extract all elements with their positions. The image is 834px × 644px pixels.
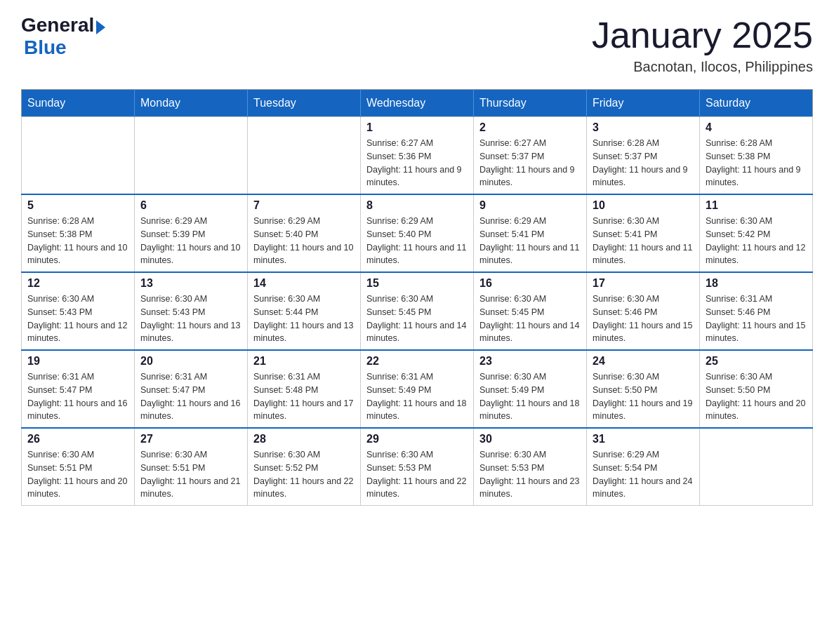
day-info: Sunrise: 6:30 AM Sunset: 5:51 PM Dayligh…	[140, 448, 241, 501]
day-number: 9	[479, 199, 581, 212]
page-header: General Blue January 2025 Bacnotan, Iloc…	[21, 14, 813, 75]
day-info: Sunrise: 6:30 AM Sunset: 5:50 PM Dayligh…	[706, 370, 807, 423]
column-header-tuesday: Tuesday	[248, 90, 361, 117]
day-number: 5	[27, 199, 128, 212]
calendar-day-cell: 10Sunrise: 6:30 AM Sunset: 5:41 PM Dayli…	[587, 194, 700, 272]
calendar-title: January 2025	[592, 14, 813, 56]
calendar-day-cell: 1Sunrise: 6:27 AM Sunset: 5:36 PM Daylig…	[361, 117, 474, 195]
day-info: Sunrise: 6:27 AM Sunset: 5:36 PM Dayligh…	[366, 137, 468, 189]
column-header-friday: Friday	[587, 90, 700, 117]
day-number: 18	[706, 277, 807, 290]
calendar-day-cell: 17Sunrise: 6:30 AM Sunset: 5:46 PM Dayli…	[587, 272, 700, 350]
day-number: 1	[366, 121, 468, 134]
day-info: Sunrise: 6:30 AM Sunset: 5:45 PM Dayligh…	[366, 293, 468, 345]
day-number: 28	[253, 433, 355, 445]
calendar-day-cell: 4Sunrise: 6:28 AM Sunset: 5:38 PM Daylig…	[700, 117, 813, 195]
day-info: Sunrise: 6:30 AM Sunset: 5:49 PM Dayligh…	[479, 370, 581, 423]
calendar-day-cell: 19Sunrise: 6:31 AM Sunset: 5:47 PM Dayli…	[22, 350, 135, 428]
calendar-day-cell: 9Sunrise: 6:29 AM Sunset: 5:41 PM Daylig…	[474, 194, 587, 272]
day-info: Sunrise: 6:30 AM Sunset: 5:50 PM Dayligh…	[593, 370, 694, 423]
calendar-day-cell: 15Sunrise: 6:30 AM Sunset: 5:45 PM Dayli…	[361, 272, 474, 350]
calendar-week-row: 1Sunrise: 6:27 AM Sunset: 5:36 PM Daylig…	[22, 117, 813, 195]
day-number: 23	[479, 355, 581, 368]
logo-blue-text: Blue	[24, 36, 67, 59]
day-info: Sunrise: 6:31 AM Sunset: 5:47 PM Dayligh…	[27, 370, 128, 423]
logo-triangle-icon	[96, 20, 105, 34]
day-info: Sunrise: 6:30 AM Sunset: 5:43 PM Dayligh…	[140, 293, 241, 345]
day-number: 17	[593, 277, 694, 290]
day-number: 21	[253, 355, 355, 368]
day-info: Sunrise: 6:28 AM Sunset: 5:38 PM Dayligh…	[706, 137, 807, 189]
day-info: Sunrise: 6:29 AM Sunset: 5:41 PM Dayligh…	[479, 215, 581, 267]
day-number: 27	[140, 433, 241, 445]
calendar-day-cell	[135, 117, 248, 195]
calendar-day-cell: 20Sunrise: 6:31 AM Sunset: 5:47 PM Dayli…	[135, 350, 248, 428]
calendar-day-cell: 21Sunrise: 6:31 AM Sunset: 5:48 PM Dayli…	[248, 350, 361, 428]
day-number: 12	[27, 277, 128, 290]
day-number: 26	[27, 433, 128, 445]
day-info: Sunrise: 6:29 AM Sunset: 5:40 PM Dayligh…	[253, 215, 355, 267]
calendar-day-cell	[700, 428, 813, 506]
day-info: Sunrise: 6:29 AM Sunset: 5:40 PM Dayligh…	[366, 215, 468, 267]
day-number: 7	[253, 199, 355, 212]
column-header-saturday: Saturday	[700, 90, 813, 117]
day-number: 31	[593, 433, 694, 445]
day-number: 29	[366, 433, 468, 445]
calendar-day-cell: 12Sunrise: 6:30 AM Sunset: 5:43 PM Dayli…	[22, 272, 135, 350]
day-number: 10	[593, 199, 694, 212]
calendar-day-cell: 3Sunrise: 6:28 AM Sunset: 5:37 PM Daylig…	[587, 117, 700, 195]
calendar-day-cell: 23Sunrise: 6:30 AM Sunset: 5:49 PM Dayli…	[474, 350, 587, 428]
calendar-table: SundayMondayTuesdayWednesdayThursdayFrid…	[21, 89, 813, 506]
day-info: Sunrise: 6:31 AM Sunset: 5:46 PM Dayligh…	[706, 293, 807, 345]
day-number: 11	[706, 199, 807, 212]
day-info: Sunrise: 6:30 AM Sunset: 5:42 PM Dayligh…	[706, 215, 807, 267]
calendar-day-cell: 8Sunrise: 6:29 AM Sunset: 5:40 PM Daylig…	[361, 194, 474, 272]
day-number: 16	[479, 277, 581, 290]
day-info: Sunrise: 6:30 AM Sunset: 5:53 PM Dayligh…	[366, 448, 468, 501]
day-info: Sunrise: 6:30 AM Sunset: 5:51 PM Dayligh…	[27, 448, 128, 501]
day-info: Sunrise: 6:29 AM Sunset: 5:54 PM Dayligh…	[593, 448, 694, 501]
day-number: 15	[366, 277, 468, 290]
calendar-day-cell	[22, 117, 135, 195]
day-number: 25	[706, 355, 807, 368]
day-info: Sunrise: 6:28 AM Sunset: 5:37 PM Dayligh…	[593, 137, 694, 189]
calendar-day-cell: 30Sunrise: 6:30 AM Sunset: 5:53 PM Dayli…	[474, 428, 587, 506]
day-info: Sunrise: 6:30 AM Sunset: 5:46 PM Dayligh…	[593, 293, 694, 345]
calendar-day-cell: 2Sunrise: 6:27 AM Sunset: 5:37 PM Daylig…	[474, 117, 587, 195]
calendar-day-cell: 13Sunrise: 6:30 AM Sunset: 5:43 PM Dayli…	[135, 272, 248, 350]
day-info: Sunrise: 6:31 AM Sunset: 5:48 PM Dayligh…	[253, 370, 355, 423]
calendar-day-cell: 24Sunrise: 6:30 AM Sunset: 5:50 PM Dayli…	[587, 350, 700, 428]
day-info: Sunrise: 6:31 AM Sunset: 5:47 PM Dayligh…	[140, 370, 241, 423]
logo-general-text: General	[21, 14, 94, 36]
calendar-week-row: 12Sunrise: 6:30 AM Sunset: 5:43 PM Dayli…	[22, 272, 813, 350]
day-number: 2	[479, 121, 581, 134]
day-number: 20	[140, 355, 241, 368]
calendar-day-cell: 16Sunrise: 6:30 AM Sunset: 5:45 PM Dayli…	[474, 272, 587, 350]
day-number: 13	[140, 277, 241, 290]
column-header-thursday: Thursday	[474, 90, 587, 117]
logo: General Blue	[21, 14, 105, 59]
calendar-day-cell: 26Sunrise: 6:30 AM Sunset: 5:51 PM Dayli…	[22, 428, 135, 506]
calendar-day-cell: 25Sunrise: 6:30 AM Sunset: 5:50 PM Dayli…	[700, 350, 813, 428]
day-number: 6	[140, 199, 241, 212]
day-info: Sunrise: 6:30 AM Sunset: 5:44 PM Dayligh…	[253, 293, 355, 345]
calendar-day-cell: 27Sunrise: 6:30 AM Sunset: 5:51 PM Dayli…	[135, 428, 248, 506]
calendar-day-cell: 5Sunrise: 6:28 AM Sunset: 5:38 PM Daylig…	[22, 194, 135, 272]
calendar-week-row: 5Sunrise: 6:28 AM Sunset: 5:38 PM Daylig…	[22, 194, 813, 272]
day-info: Sunrise: 6:27 AM Sunset: 5:37 PM Dayligh…	[479, 137, 581, 189]
calendar-day-cell: 22Sunrise: 6:31 AM Sunset: 5:49 PM Dayli…	[361, 350, 474, 428]
column-header-sunday: Sunday	[22, 90, 135, 117]
calendar-day-cell	[248, 117, 361, 195]
day-number: 14	[253, 277, 355, 290]
day-info: Sunrise: 6:30 AM Sunset: 5:53 PM Dayligh…	[479, 448, 581, 501]
column-header-monday: Monday	[135, 90, 248, 117]
day-info: Sunrise: 6:30 AM Sunset: 5:45 PM Dayligh…	[479, 293, 581, 345]
column-header-wednesday: Wednesday	[361, 90, 474, 117]
calendar-day-cell: 11Sunrise: 6:30 AM Sunset: 5:42 PM Dayli…	[700, 194, 813, 272]
day-number: 4	[706, 121, 807, 134]
day-number: 24	[593, 355, 694, 368]
day-info: Sunrise: 6:31 AM Sunset: 5:49 PM Dayligh…	[366, 370, 468, 423]
day-number: 8	[366, 199, 468, 212]
day-info: Sunrise: 6:30 AM Sunset: 5:52 PM Dayligh…	[253, 448, 355, 501]
calendar-week-row: 19Sunrise: 6:31 AM Sunset: 5:47 PM Dayli…	[22, 350, 813, 428]
